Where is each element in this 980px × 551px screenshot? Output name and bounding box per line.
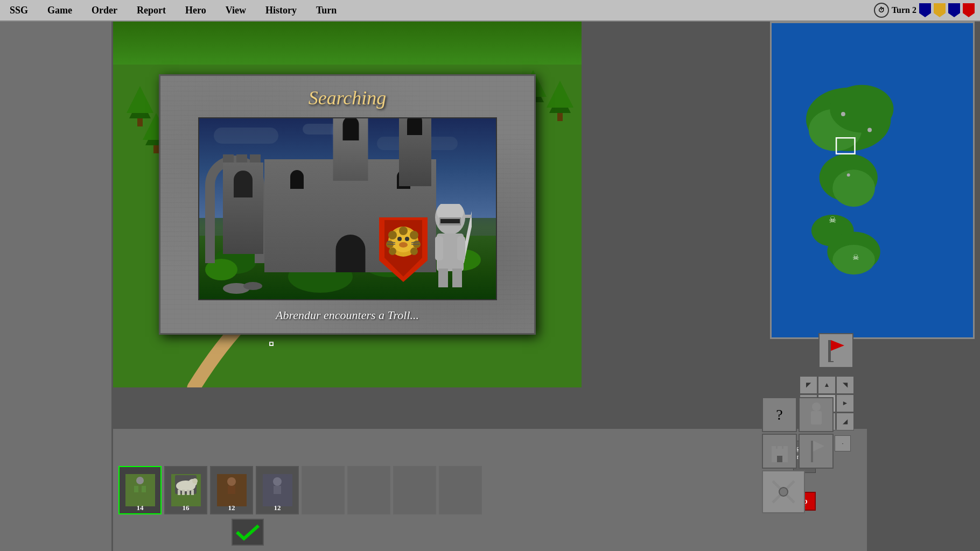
unit-slot-1[interactable]: 14: [118, 466, 162, 514]
turn-indicator: ⏱ Turn 2: [874, 3, 975, 18]
character-button[interactable]: [799, 397, 834, 432]
shield-icon-gold: [934, 3, 946, 17]
svg-point-82: [227, 477, 236, 486]
svg-rect-71: [134, 486, 138, 492]
svg-rect-77: [178, 490, 180, 495]
menu-game[interactable]: Game: [43, 4, 76, 17]
minimap: ☠ ☠: [770, 22, 975, 339]
svg-rect-86: [274, 486, 281, 494]
svg-point-69: [136, 477, 144, 484]
menu-bar: SSG Game Order Report Hero View History …: [0, 0, 980, 22]
svg-point-90: [812, 402, 821, 411]
unit-slot-4[interactable]: 12: [256, 466, 299, 514]
unit-icon-3: [217, 474, 247, 506]
unit-slot-6[interactable]: [347, 466, 390, 514]
svg-rect-83: [228, 486, 235, 494]
svg-text:☠: ☠: [852, 253, 859, 262]
svg-rect-78: [182, 490, 185, 495]
menu-order[interactable]: Order: [87, 4, 122, 17]
flag-action-button[interactable]: [799, 434, 834, 469]
svg-rect-50: [435, 236, 443, 260]
unit-number-2: 16: [183, 504, 190, 512]
unit-icon-1: [125, 474, 155, 506]
shield-icon-blue: [919, 3, 931, 17]
turn-label: Turn 2: [892, 5, 916, 15]
unit-slot-2[interactable]: 16: [164, 466, 207, 514]
svg-point-66: [867, 128, 872, 132]
menu-hero[interactable]: Hero: [181, 4, 211, 17]
svg-point-30: [388, 231, 397, 239]
unit-slot-3[interactable]: 12: [210, 466, 253, 514]
svg-rect-79: [187, 490, 190, 495]
unit-number-3: 12: [228, 504, 235, 512]
svg-rect-72: [142, 486, 146, 492]
svg-point-34: [389, 248, 396, 255]
castle-button[interactable]: [762, 434, 797, 469]
menu-turn[interactable]: Turn: [312, 4, 341, 17]
left-sidebar: [0, 22, 113, 551]
knight-armor: [429, 204, 472, 290]
svg-rect-96: [777, 456, 782, 462]
svg-text:☠: ☠: [829, 215, 836, 224]
unit-bar: 14 16: [113, 429, 867, 551]
unit-slot-7[interactable]: [393, 466, 436, 514]
minimap-svg: ☠ ☠: [772, 23, 973, 337]
dpad-upright[interactable]: ◥: [836, 376, 854, 394]
tower-left: [223, 163, 263, 254]
menu-history[interactable]: History: [261, 4, 301, 17]
svg-rect-51: [457, 236, 465, 260]
svg-point-38: [399, 242, 408, 248]
unit-icon-2: [171, 474, 201, 506]
checkmark-button[interactable]: [232, 519, 264, 546]
svg-rect-93: [772, 446, 776, 450]
combat-button[interactable]: [762, 470, 805, 513]
unit-slot-5[interactable]: [302, 466, 345, 514]
bottom-actions: ?: [762, 397, 859, 513]
svg-point-57: [830, 85, 893, 133]
svg-marker-88: [831, 340, 844, 351]
shield-icon-red: [963, 3, 975, 17]
unit-number-1: 14: [137, 504, 144, 512]
help-button[interactable]: ?: [762, 397, 797, 432]
knight-shield: [376, 215, 430, 285]
dpad-up[interactable]: ▲: [818, 376, 836, 394]
svg-point-36: [397, 237, 402, 241]
modal-title: Searching: [171, 87, 523, 109]
shield-icon-blue2: [948, 3, 960, 17]
svg-point-65: [841, 112, 845, 116]
svg-rect-95: [783, 446, 788, 450]
svg-point-85: [273, 477, 282, 486]
svg-rect-94: [778, 446, 782, 450]
svg-rect-53: [452, 269, 462, 287]
bottom-panel: 14 16: [113, 427, 867, 551]
unit-slot-8[interactable]: [439, 466, 482, 514]
svg-rect-91: [811, 411, 822, 425]
svg-point-59: [832, 169, 875, 207]
unit-number-4: 12: [274, 504, 281, 512]
svg-point-29: [399, 227, 408, 235]
modal-overlay: Searching: [113, 22, 582, 387]
flag-button[interactable]: [818, 333, 853, 368]
svg-marker-98: [813, 441, 824, 451]
svg-point-31: [410, 231, 418, 239]
search-modal[interactable]: Searching: [159, 74, 536, 335]
menu-ssg[interactable]: SSG: [5, 4, 32, 17]
dpad-upleft[interactable]: ◤: [800, 376, 817, 394]
svg-rect-52: [438, 269, 448, 287]
game-container: SSG Game Order Report Hero View History …: [0, 0, 980, 551]
svg-point-67: [847, 173, 850, 176]
modal-text: Abrendur encounters a Troll...: [171, 308, 523, 322]
svg-rect-87: [828, 340, 831, 362]
svg-rect-48: [440, 219, 460, 223]
svg-rect-97: [811, 441, 813, 462]
svg-point-76: [192, 478, 198, 484]
svg-point-101: [779, 488, 788, 496]
svg-rect-80: [191, 490, 194, 495]
menu-report[interactable]: Report: [132, 4, 170, 17]
unit-icon-4: [263, 474, 292, 506]
modal-image: [198, 117, 497, 300]
svg-point-37: [405, 237, 409, 241]
svg-point-35: [410, 248, 418, 255]
menu-view[interactable]: View: [221, 4, 250, 17]
turn-icon: ⏱: [874, 3, 889, 18]
